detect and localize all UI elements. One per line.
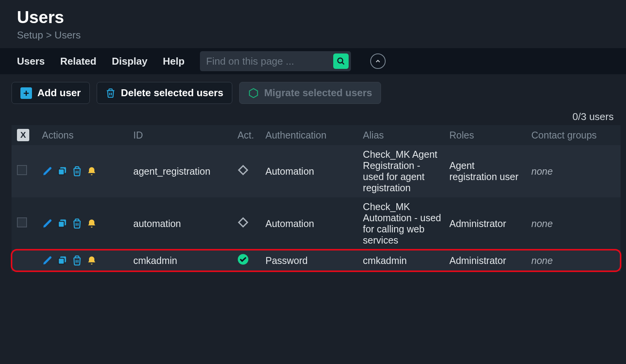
menu-display[interactable]: Display: [112, 55, 148, 67]
search-button[interactable]: [333, 53, 349, 69]
row-select-checkbox[interactable]: [17, 165, 27, 175]
status-ok-icon: [237, 254, 249, 265]
chevron-up-icon: [374, 58, 381, 65]
cell-id: cmkadmin: [129, 250, 233, 271]
page-title: Users: [17, 8, 609, 27]
breadcrumb-sep: >: [46, 29, 52, 41]
delete-icon[interactable]: [71, 218, 83, 229]
clone-icon[interactable]: [57, 255, 68, 266]
col-id[interactable]: ID: [129, 125, 233, 145]
table-row: automationAutomationCheck_MK Automation …: [12, 197, 621, 250]
breadcrumb: Setup > Users: [17, 29, 609, 41]
status-neutral-icon: [237, 217, 249, 228]
col-actions: Actions: [38, 125, 129, 145]
col-contact-groups[interactable]: Contact groups: [527, 125, 621, 145]
cell-alias: cmkadmin: [359, 250, 445, 271]
cell-auth: Automation: [262, 145, 359, 197]
cell-alias: Check_MK Agent Registration - used for a…: [359, 145, 445, 197]
collapse-button[interactable]: [370, 53, 386, 69]
col-auth[interactable]: Authentication: [262, 125, 359, 145]
svg-line-1: [342, 62, 344, 65]
cell-alias: Check_MK Automation - used for calling w…: [359, 197, 445, 250]
menu-related[interactable]: Related: [60, 55, 96, 67]
cell-contact-groups: none: [527, 250, 621, 271]
search-input[interactable]: [206, 55, 329, 67]
delete-selected-label: Delete selected users: [121, 87, 223, 99]
table-row: agent_registrationAutomationCheck_MK Age…: [12, 145, 621, 197]
breadcrumb-users[interactable]: Users: [55, 29, 81, 41]
cell-id: agent_registration: [129, 145, 233, 197]
hexagon-icon: [248, 88, 259, 99]
col-roles[interactable]: Roles: [445, 125, 527, 145]
select-all-toggle[interactable]: X: [17, 129, 29, 141]
action-toolbar: + Add user Delete selected users Migrate…: [0, 74, 626, 109]
trash-icon: [106, 88, 116, 99]
delete-selected-button[interactable]: Delete selected users: [97, 82, 232, 104]
clone-icon[interactable]: [57, 165, 68, 177]
cell-id: automation: [129, 197, 233, 250]
add-user-button[interactable]: + Add user: [12, 82, 90, 104]
menu-users[interactable]: Users: [17, 55, 45, 67]
cell-roles: Administrator: [445, 250, 527, 271]
col-alias[interactable]: Alias: [359, 125, 445, 145]
cell-auth: Password: [262, 250, 359, 271]
delete-icon[interactable]: [71, 255, 83, 266]
menu-bar: Users Related Display Help: [0, 48, 626, 74]
notify-icon[interactable]: [86, 165, 97, 177]
page-search: [200, 51, 351, 71]
delete-icon[interactable]: [71, 165, 83, 177]
plus-icon: +: [20, 87, 32, 99]
menu-help[interactable]: Help: [163, 55, 185, 67]
table-header-row: X Actions ID Act. Authentication Alias R…: [12, 125, 621, 145]
clone-icon[interactable]: [57, 218, 68, 229]
cell-auth: Automation: [262, 197, 359, 250]
svg-marker-2: [249, 88, 257, 97]
notify-icon[interactable]: [86, 255, 97, 266]
edit-icon[interactable]: [42, 165, 54, 177]
status-neutral-icon: [237, 164, 249, 176]
svg-point-0: [338, 58, 343, 63]
table-row: cmkadminPasswordcmkadminAdministratornon…: [12, 250, 621, 271]
edit-icon[interactable]: [42, 218, 54, 229]
col-act: Act.: [233, 125, 262, 145]
cell-roles: Administrator: [445, 197, 527, 250]
search-icon: [337, 57, 345, 65]
add-user-label: Add user: [37, 87, 81, 99]
notify-icon[interactable]: [86, 218, 97, 229]
users-table: X Actions ID Act. Authentication Alias R…: [12, 125, 621, 271]
row-select-checkbox[interactable]: [17, 217, 27, 227]
user-count: 0/3 users: [0, 109, 626, 125]
cell-roles: Agent registration user: [445, 145, 527, 197]
edit-icon[interactable]: [42, 255, 54, 266]
migrate-selected-button[interactable]: Migrate selected users: [239, 82, 381, 104]
migrate-selected-label: Migrate selected users: [264, 87, 372, 99]
cell-contact-groups: none: [527, 197, 621, 250]
cell-contact-groups: none: [527, 145, 621, 197]
breadcrumb-setup[interactable]: Setup: [17, 29, 43, 41]
